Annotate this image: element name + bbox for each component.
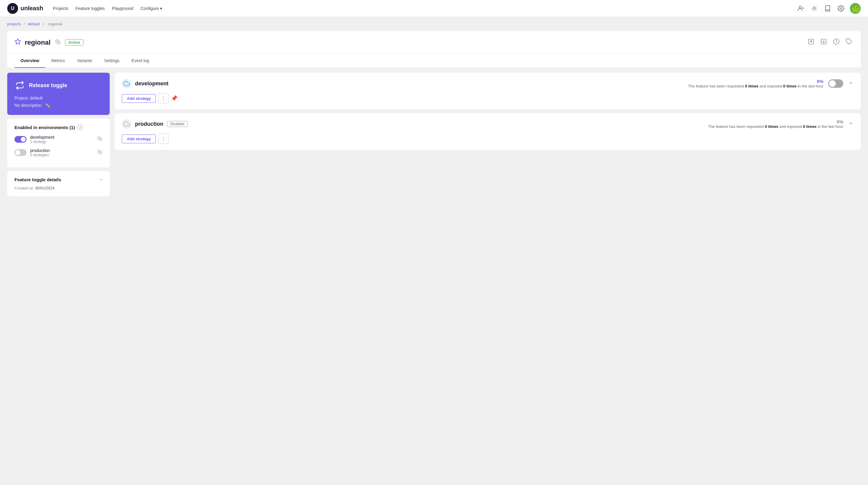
enabled-environments-card: Enabled in environments (1) i developmen…: [7, 118, 110, 167]
copy-icon[interactable]: [56, 39, 60, 46]
collapse-details-icon[interactable]: −: [100, 177, 102, 182]
feature-toggle-details-card: Feature toggle details − Created at: 30/…: [7, 171, 110, 196]
edit-description-icon[interactable]: ✏️: [45, 103, 50, 108]
development-section-name: development: [135, 81, 168, 87]
navbar: U unleash Projects Feature toggles Playg…: [0, 0, 868, 17]
upload-icon[interactable]: [807, 37, 815, 48]
development-section-right: 0% The feature has been requested 0 time…: [688, 79, 854, 88]
release-icon: [14, 80, 25, 91]
book-icon[interactable]: [824, 4, 832, 13]
production-env-name: production: [30, 148, 93, 153]
svg-point-0: [799, 6, 801, 8]
right-panel: development 0% The feature has been requ…: [115, 73, 861, 196]
release-project: Project: default: [14, 95, 102, 101]
nav-link-configure[interactable]: Configure ▾: [141, 5, 162, 12]
svg-marker-13: [15, 39, 21, 44]
production-section-icon: [122, 119, 131, 129]
development-env-info: development 1 strategy: [30, 135, 93, 144]
clock-icon[interactable]: [832, 37, 841, 48]
main-content: regional Active: [0, 31, 868, 204]
breadcrumb-default[interactable]: default: [28, 22, 39, 26]
development-env-strategies: 1 strategy: [30, 140, 93, 144]
logo-icon: U: [7, 3, 18, 14]
breadcrumb-regional: regional: [48, 22, 62, 26]
development-env-section: development 0% The feature has been requ…: [115, 73, 861, 110]
body-layout: Release toggle Project: default No descr…: [7, 68, 861, 196]
development-stats: The feature has been requested 0 times a…: [688, 84, 824, 88]
svg-point-12: [840, 7, 842, 9]
avatar[interactable]: 🐸: [850, 3, 861, 14]
logo-text: unleash: [21, 5, 43, 12]
breadcrumb: projects / default / regional: [0, 17, 868, 31]
production-percent: 0%: [708, 119, 843, 124]
created-at-row: Created at: 30/01/2024: [14, 186, 102, 190]
gear-icon[interactable]: [837, 4, 845, 13]
tab-settings[interactable]: Settings: [98, 54, 126, 68]
env-row-development: development 1 strategy: [14, 135, 102, 144]
nav-link-playground[interactable]: Playground: [112, 5, 133, 12]
production-disabled-badge: Disabled: [167, 121, 188, 127]
download-icon[interactable]: [819, 37, 828, 48]
add-strategy-button-development[interactable]: Add strategy: [122, 94, 156, 103]
development-section-header: development 0% The feature has been requ…: [122, 79, 854, 88]
development-expand-icon[interactable]: [848, 80, 854, 87]
development-env-name: development: [30, 135, 93, 140]
header-actions: [807, 37, 854, 48]
svg-point-3: [813, 7, 815, 9]
pin-icon-development: 📌: [171, 95, 178, 102]
release-toggle-card: Release toggle Project: default No descr…: [7, 73, 110, 115]
tab-overview[interactable]: Overview: [14, 54, 45, 68]
avatar-image: 🐸: [850, 3, 861, 14]
development-section-toggle[interactable]: [828, 79, 843, 88]
production-section-actions: Add strategy ⋮: [122, 134, 854, 144]
logo[interactable]: U unleash: [7, 3, 43, 14]
more-options-button-production[interactable]: ⋮: [158, 134, 168, 144]
breadcrumb-projects[interactable]: projects: [7, 22, 21, 26]
production-toggle[interactable]: [14, 149, 27, 156]
development-toggle[interactable]: [14, 136, 27, 143]
feature-name: regional: [25, 38, 51, 47]
breadcrumb-separator-1: /: [24, 22, 25, 26]
environments-info-icon[interactable]: i: [78, 124, 83, 130]
production-stats: The feature has been requested 0 times a…: [708, 124, 843, 129]
production-expand-icon[interactable]: [848, 121, 854, 127]
production-env-info: production 0 strategies: [30, 148, 93, 157]
release-card-header: Release toggle: [14, 80, 102, 91]
release-toggle-title: Release toggle: [29, 82, 67, 89]
env-row-production: production 0 strategies: [14, 148, 102, 157]
left-panel: Release toggle Project: default No descr…: [7, 73, 110, 196]
development-section-actions: Add strategy ⋮ 📌: [122, 93, 854, 104]
more-options-button-development[interactable]: ⋮: [158, 93, 168, 104]
breadcrumb-separator-2: /: [42, 22, 44, 26]
development-eye-icon[interactable]: [97, 136, 102, 143]
created-at-value: 30/01/2024: [35, 186, 55, 190]
nav-links: Projects Feature toggles Playground Conf…: [53, 5, 787, 12]
production-section-header: production Disabled 0% The feature has b…: [122, 119, 854, 129]
production-section-name: production: [135, 121, 163, 127]
development-percent: 0%: [688, 79, 824, 84]
star-icon[interactable]: [14, 38, 21, 47]
enabled-environments-title: Enabled in environments (1) i: [14, 124, 102, 130]
development-section-icon: [122, 79, 131, 88]
feature-toggle-details-title: Feature toggle details −: [14, 177, 102, 182]
sun-icon[interactable]: [810, 4, 818, 13]
production-env-section: production Disabled 0% The feature has b…: [115, 113, 861, 150]
production-eye-icon[interactable]: [97, 149, 102, 156]
tab-event-log[interactable]: Event log: [125, 54, 155, 68]
svg-line-11: [816, 6, 816, 6]
tag-icon[interactable]: [844, 37, 854, 48]
production-env-strategies: 0 strategies: [30, 153, 93, 157]
nav-link-feature-toggles[interactable]: Feature toggles: [75, 5, 104, 12]
nav-link-projects[interactable]: Projects: [53, 5, 68, 12]
add-user-icon[interactable]: [797, 4, 805, 13]
tab-variants[interactable]: Variants: [71, 54, 98, 68]
svg-rect-14: [57, 41, 60, 44]
release-description: No description. ✏️: [14, 103, 102, 108]
feature-header-card: regional Active: [7, 31, 861, 54]
status-badge: Active: [65, 39, 84, 46]
nav-right: 🐸: [797, 3, 861, 14]
tabs-bar: Overview Metrics Variants Settings Event…: [7, 54, 861, 68]
add-strategy-button-production[interactable]: Add strategy: [122, 135, 156, 143]
tab-metrics[interactable]: Metrics: [45, 54, 71, 68]
production-section-right: 0% The feature has been requested 0 time…: [708, 119, 854, 129]
